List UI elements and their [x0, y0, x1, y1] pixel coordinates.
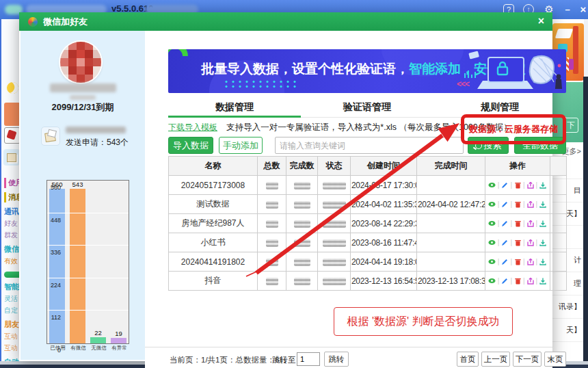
y-tick-label: 0 — [40, 347, 61, 354]
download-icon[interactable] — [539, 181, 547, 189]
download-icon[interactable] — [539, 258, 547, 266]
export-icon[interactable] — [526, 220, 535, 228]
view-icon[interactable] — [488, 258, 496, 266]
banner-illustration — [462, 51, 565, 92]
promo-banner: 批量导入数据，设置个性化验证语，智能添加，安全稳定 <<< — [168, 49, 566, 93]
export-icon[interactable] — [526, 239, 535, 247]
cell-status — [318, 195, 351, 214]
cell-total — [258, 272, 286, 291]
col-name: 名称 — [169, 157, 258, 176]
download-icon[interactable] — [539, 277, 547, 285]
search-input[interactable] — [275, 137, 464, 154]
cell-completed-count — [286, 214, 318, 233]
table-row[interactable]: 20240517173008 2024-05-17 17:30:08 | | |… — [169, 176, 567, 195]
blurred-value — [266, 239, 278, 247]
blurred-value — [266, 182, 278, 189]
table-row[interactable]: 测试数据 2024-04-02 11:35:31 2024-04-02 12:4… — [169, 195, 567, 214]
tab-data-management[interactable]: 数据管理 — [168, 98, 301, 117]
jump-to-label: 跳转至 — [272, 355, 296, 365]
profile-panel: 2099/12/31到期 发送申请：543个 5605432219 已使用有微信… — [21, 31, 145, 360]
cell-actions: | | | | — [485, 252, 550, 272]
edit-icon[interactable] — [500, 200, 509, 209]
bar-有微信: 543 — [70, 181, 85, 343]
blurred-value — [323, 259, 346, 266]
delete-icon[interactable] — [513, 200, 522, 209]
cell-completed-count — [286, 233, 318, 252]
col-completed-time: 完成时间 — [417, 157, 485, 176]
outer-list-item[interactable]: 讯录】 — [552, 295, 584, 319]
col-actions: 操作 — [485, 157, 550, 176]
cell-name: 20240414191802 — [169, 252, 258, 272]
outer-list-item[interactable]: 天】 — [552, 319, 584, 342]
manual-add-button[interactable]: 手动添加 — [219, 137, 263, 154]
view-icon[interactable] — [488, 220, 496, 228]
view-icon[interactable] — [488, 181, 496, 189]
table-row[interactable]: 小红书 2023-08-16 11:47:40 | | | | — [169, 233, 567, 252]
first-page-button[interactable]: 首页 — [457, 352, 479, 367]
last-page-button[interactable]: 末页 — [544, 352, 566, 367]
close-icon[interactable]: × — [576, 3, 588, 16]
dialog-title: 微信加好友 — [43, 16, 88, 28]
download-icon[interactable] — [539, 200, 547, 209]
delete-icon[interactable] — [513, 258, 522, 266]
y-tick-label: 560 — [40, 184, 61, 191]
dialog-close-icon[interactable]: × — [538, 15, 544, 27]
export-icon[interactable] — [526, 258, 535, 266]
cell-actions: | | | | — [485, 195, 550, 214]
delete-icon[interactable] — [513, 239, 522, 247]
delete-icon[interactable] — [513, 277, 522, 285]
col-extra — [550, 157, 567, 176]
pagination-bar: 当前页：1/共1页：总数据量：6行 跳转至 跳转 首页 上一页 下一页 末页 — [145, 347, 552, 368]
blurred-value — [294, 278, 310, 285]
edit-icon[interactable] — [500, 220, 509, 228]
edit-icon[interactable] — [500, 181, 509, 189]
blurred-value — [323, 239, 346, 247]
cell-total — [258, 252, 286, 272]
edit-icon[interactable] — [500, 258, 509, 266]
blurred-account-name — [66, 127, 126, 133]
table-row[interactable]: 20240414191802 2024-04-14 19:18:02 | | |… — [169, 252, 567, 272]
blurred-nickname — [50, 83, 116, 92]
next-page-button[interactable]: 下一页 — [513, 352, 542, 367]
col-created-time: 创建时间 — [351, 157, 417, 176]
bar-value-label: 543 — [72, 181, 83, 188]
avatar-mosaic — [60, 42, 101, 83]
blurred-value — [323, 220, 346, 228]
minimize-icon[interactable]: – — [561, 3, 574, 16]
view-icon[interactable] — [488, 200, 496, 209]
edit-icon[interactable] — [500, 277, 509, 285]
y-tick-label: 448 — [40, 217, 61, 224]
export-icon[interactable] — [526, 181, 535, 189]
blurred-value — [266, 201, 278, 209]
export-icon[interactable] — [526, 200, 535, 209]
blurred-value — [294, 182, 310, 189]
view-icon[interactable] — [488, 239, 496, 247]
y-tick-label: 224 — [40, 282, 61, 289]
edit-icon[interactable] — [500, 239, 509, 247]
datasource-highlight-box: 数据源：云服务器存储 — [461, 114, 566, 144]
table-row[interactable]: 抖音 2023-12-13 16:54:57 2023-12-13 17:08:… — [169, 272, 567, 291]
tab-verification-management[interactable]: 验证语管理 — [301, 98, 433, 117]
jump-page-input[interactable] — [297, 352, 320, 366]
blurred-value — [294, 220, 310, 228]
cell-created-time: 2024-05-17 17:30:08 — [351, 176, 417, 195]
delete-icon[interactable] — [513, 181, 522, 189]
jump-button[interactable]: 跳转 — [324, 352, 349, 367]
download-template-link[interactable]: 下载导入模板 — [168, 122, 217, 132]
export-icon[interactable] — [526, 277, 535, 285]
x-tick-label: 有异常 — [111, 345, 127, 352]
cell-completed-time — [417, 176, 485, 195]
cell-created-time: 2024-04-02 11:35:31 — [351, 195, 417, 214]
download-icon[interactable] — [539, 239, 547, 247]
cell-completed-count — [286, 195, 318, 214]
blurred-value — [323, 182, 346, 189]
table-row[interactable]: 房地产经纪987人 2023-08-14 22:29:39 | | | | — [169, 214, 567, 233]
dialog-main: 批量导入数据，设置个性化验证语，智能添加，安全稳定 <<< — [145, 31, 552, 360]
cell-completed-time — [417, 233, 485, 252]
delete-icon[interactable] — [513, 220, 522, 228]
download-icon[interactable] — [539, 220, 547, 228]
import-data-button[interactable]: 导入数据 — [168, 137, 213, 154]
view-icon[interactable] — [488, 277, 496, 285]
cell-completed-time: 2023-12-13 17:08:30 — [417, 272, 485, 291]
prev-page-button[interactable]: 上一页 — [481, 352, 510, 367]
